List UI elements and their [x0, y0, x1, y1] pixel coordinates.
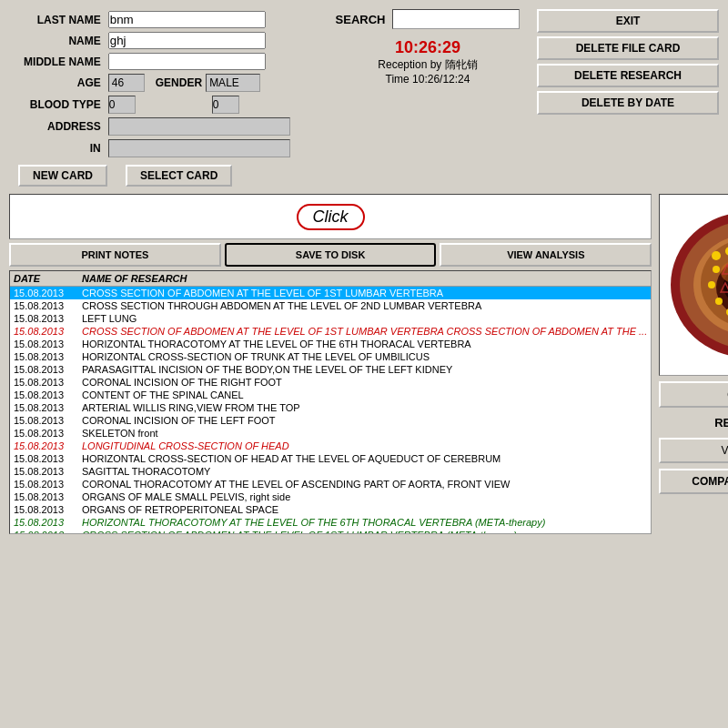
delete-file-card-button[interactable]: DELETE FILE CARD [537, 36, 719, 60]
compare-analysis-button[interactable]: COMPARE ANALYSIS [659, 469, 728, 494]
row-date: 15.08.2013 [14, 479, 82, 490]
table-row[interactable]: 15.08.2013CROSS SECTION OF ABDOMEN AT TH… [10, 529, 651, 534]
row-name: LEFT LUNG [82, 313, 647, 324]
last-name-input[interactable] [108, 11, 266, 28]
row-name: HORIZONTAL THORACOTOMY AT THE LEVEL OF T… [82, 517, 647, 528]
search-input[interactable] [392, 9, 520, 29]
row-name: PARASAGITTAL INCISION OF THE BODY,ON THE… [82, 364, 647, 375]
table-row[interactable]: 15.08.2013CONTENT OF THE SPINAL CANEL [10, 389, 651, 401]
print-notes-button[interactable]: PRINT NOTES [9, 243, 221, 267]
middle-name-input[interactable] [108, 53, 266, 70]
blood-value2-input[interactable] [212, 96, 239, 114]
center-section: SEARCH 10:26:29 Reception by 隋牝销 Time 10… [328, 9, 528, 187]
row-name: SAGITTAL THORACOTOMY [82, 466, 647, 477]
table-row[interactable]: 15.08.2013HORIZONTAL THORACOTOMY AT THE … [10, 338, 651, 350]
time-main: 10:26:29 [378, 38, 477, 57]
svg-point-16 [713, 266, 720, 273]
row-name: SKELETON front [82, 428, 647, 439]
data-list-container[interactable]: DATE NAME OF RESEARCH 15.08.2013CROSS SE… [9, 270, 652, 534]
row-date: 15.08.2013 [14, 440, 82, 451]
table-row[interactable]: 15.08.2013LONGITUDINAL CROSS-SECTION OF … [10, 440, 651, 452]
delete-by-date-button[interactable]: DELETE BY DATE [537, 91, 719, 115]
delete-research-button[interactable]: DELETE RESEARCH [537, 64, 719, 87]
blood-type-input[interactable] [108, 96, 136, 114]
row-name: CROSS SECTION THROUGH ABDOMEN AT THE LEV… [82, 300, 647, 311]
row-date: 15.08.2013 [14, 517, 82, 528]
row-name: ARTERIAL WILLIS RING,VIEW FROM THE TOP [82, 402, 647, 413]
action-buttons: PRINT NOTES SAVE TO DISK VIEW ANALYSIS [9, 243, 652, 267]
row-date: 15.08.2013 [14, 313, 82, 324]
table-row[interactable]: 15.08.2013CROSS SECTION OF ABDOMEN AT TH… [10, 287, 651, 299]
row-date: 15.08.2013 [14, 415, 82, 426]
table-row[interactable]: 15.08.2013HORIZONTAL CROSS-SECTION OF HE… [10, 452, 651, 465]
table-row[interactable]: 15.08.2013SAGITTAL THORACOTOMY [10, 465, 651, 478]
table-row[interactable]: 15.08.2013CORONAL INCISION OF THE RIGHT … [10, 376, 651, 389]
card-buttons-row: NEW CARD SELECT CARD [9, 165, 318, 187]
row-name: LONGITUDINAL CROSS-SECTION OF HEAD [82, 440, 647, 451]
table-row[interactable]: 15.08.2013ORGANS OF MALE SMALL PELVIS, r… [10, 490, 651, 503]
row-date: 15.08.2013 [14, 326, 82, 337]
row-date: 15.08.2013 [14, 351, 82, 362]
gender-label: GENDER [156, 76, 202, 89]
row-name: CROSS SECTION OF ABDOMEN AT THE LEVEL OF… [82, 288, 647, 298]
age-label: AGE [9, 72, 105, 94]
table-row[interactable]: 15.08.2013ARTERIAL WILLIS RING,VIEW FROM… [10, 401, 651, 414]
row-name: HORIZONTAL CROSS-SECTION OF TRUNK AT THE… [82, 351, 647, 362]
row-name: CORONAL INCISION OF THE LEFT FOOT [82, 415, 647, 426]
search-row: SEARCH [336, 9, 521, 29]
main-container: LAST NAME NAME MIDDLE NAME AGE [0, 0, 728, 728]
in-input[interactable] [108, 139, 290, 157]
data-list-header: DATE NAME OF RESEARCH [10, 271, 651, 287]
svg-point-18 [715, 298, 723, 305]
row-date: 15.08.2013 [14, 428, 82, 439]
view-analysis-button[interactable]: VIEW ANALYSIS [440, 243, 652, 267]
row-date: 15.08.2013 [14, 288, 82, 298]
row-date: 15.08.2013 [14, 402, 82, 413]
table-row[interactable]: 15.08.2013CROSS SECTION THROUGH ABDOMEN … [10, 299, 651, 312]
table-row[interactable]: 15.08.2013LEFT LUNG [10, 312, 651, 325]
row-date: 15.08.2013 [14, 530, 82, 534]
research-label: RESEARCH [659, 413, 728, 432]
table-row[interactable]: 15.08.2013CORONAL INCISION OF THE LEFT F… [10, 414, 651, 427]
top-section: LAST NAME NAME MIDDLE NAME AGE [9, 9, 719, 187]
save-to-disk-button[interactable]: SAVE TO DISK [225, 243, 437, 267]
table-row[interactable]: 15.08.2013PARASAGITTAL INCISION OF THE B… [10, 363, 651, 376]
table-row[interactable]: 15.08.2013HORIZONTAL CROSS-SECTION OF TR… [10, 350, 651, 363]
row-name: ORGANS OF MALE SMALL PELVIS, right side [82, 491, 647, 502]
row-date: 15.08.2013 [14, 300, 82, 311]
select-card-button[interactable]: SELECT CARD [126, 165, 232, 187]
name-input[interactable] [108, 32, 266, 49]
row-date: 15.08.2013 [14, 377, 82, 388]
new-card-button[interactable]: NEW CARD [18, 165, 107, 187]
middle-name-label: MIDDLE NAME [9, 51, 105, 72]
age-input[interactable] [108, 74, 145, 92]
row-date: 15.08.2013 [14, 504, 82, 515]
row-name: CROSS SECTION OF ABDOMEN AT THE LEVEL OF… [82, 326, 647, 337]
exit-button[interactable]: EXIT [537, 9, 719, 33]
row-name: HORIZONTAL THORACOTOMY AT THE LEVEL OF T… [82, 339, 647, 349]
table-row[interactable]: 15.08.2013HORIZONTAL THORACOTOMY AT THE … [10, 516, 651, 529]
svg-point-17 [708, 281, 715, 288]
table-row[interactable]: 15.08.2013SKELETON front [10, 427, 651, 440]
row-date: 15.08.2013 [14, 389, 82, 400]
view-result-button[interactable]: View result [659, 438, 728, 463]
graphic-button[interactable]: Graphic [659, 381, 728, 408]
age-gender-row: GENDER [108, 74, 315, 92]
row-name: CORONAL THORACOTOMY AT THE LEVEL OF ASCE… [82, 479, 647, 490]
right-panel: Graphic RESEARCH View result COMPARE ANA… [659, 194, 728, 534]
address-input[interactable] [108, 117, 290, 136]
table-row[interactable]: 15.08.2013ORGANS OF RETROPERITONEAL SPAC… [10, 503, 651, 516]
row-name: CONTENT OF THE SPINAL CANEL [82, 389, 647, 400]
time-display: 10:26:29 Reception by 隋牝销 Time 10:26/12:… [378, 38, 477, 86]
left-main: Click PRINT NOTES SAVE TO DISK VIEW ANAL… [9, 194, 652, 534]
table-row[interactable]: 15.08.2013CROSS SECTION OF ABDOMEN AT TH… [10, 325, 651, 338]
search-label: SEARCH [336, 13, 386, 26]
gender-input[interactable] [206, 74, 260, 92]
row-name: CROSS SECTION OF ABDOMEN AT THE LEVEL OF… [82, 530, 647, 534]
click-area: Click [9, 194, 652, 239]
table-row[interactable]: 15.08.2013CORONAL THORACOTOMY AT THE LEV… [10, 478, 651, 490]
col-date-header: DATE [14, 273, 82, 284]
row-date: 15.08.2013 [14, 453, 82, 464]
row-date: 15.08.2013 [14, 491, 82, 502]
blood-row [108, 96, 315, 114]
